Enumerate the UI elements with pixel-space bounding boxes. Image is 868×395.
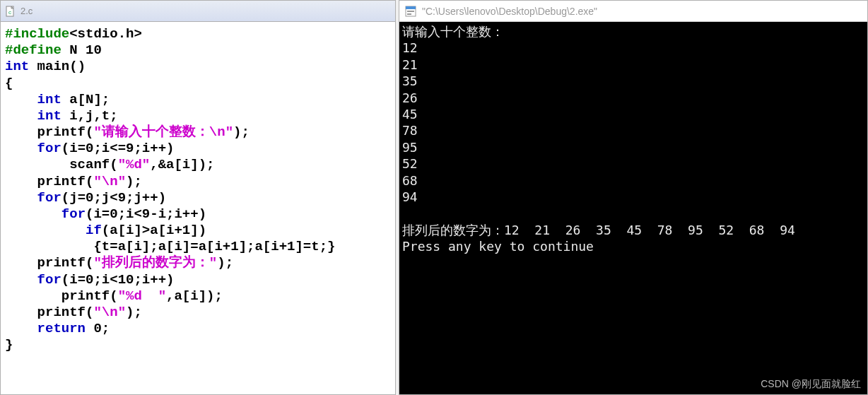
svg-rect-4 xyxy=(407,11,414,12)
editor-body[interactable]: #include<stdio.h> #define N 10 int main(… xyxy=(1,22,395,394)
console-titlebar[interactable]: "C:\Users\lenovo\Desktop\Debug\2.exe" xyxy=(399,1,867,22)
source-code[interactable]: #include<stdio.h> #define N 10 int main(… xyxy=(5,26,395,353)
svg-rect-3 xyxy=(406,6,416,9)
svg-text:c: c xyxy=(8,9,11,16)
app-icon xyxy=(405,6,416,17)
console-window: "C:\Users\lenovo\Desktop\Debug\2.exe" 请输… xyxy=(399,0,868,395)
console-output[interactable]: 请输入十个整数： 12 21 35 26 45 78 95 52 68 94 排… xyxy=(399,22,867,394)
editor-window: c 2.c #include<stdio.h> #define N 10 int… xyxy=(0,0,396,395)
watermark: CSDN @刚见面就脸红 xyxy=(761,378,861,391)
editor-filename: 2.c xyxy=(20,6,33,16)
c-file-icon: c xyxy=(5,6,16,17)
console-title: "C:\Users\lenovo\Desktop\Debug\2.exe" xyxy=(422,6,597,17)
editor-titlebar[interactable]: c 2.c xyxy=(1,1,395,22)
svg-rect-5 xyxy=(407,13,411,15)
